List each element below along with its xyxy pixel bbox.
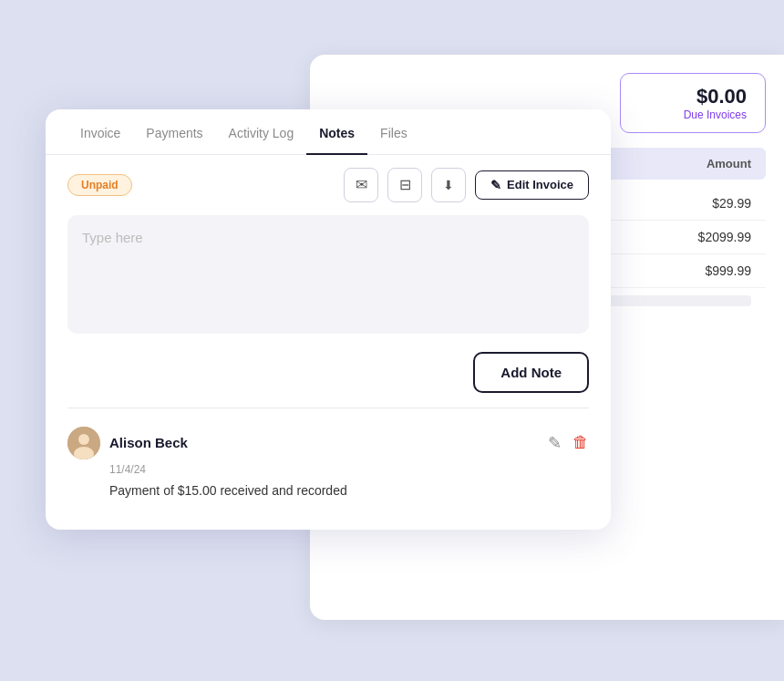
- note-input-area: [67, 215, 589, 337]
- delete-note-button[interactable]: 🗑: [573, 433, 589, 452]
- unpaid-badge: Unpaid: [67, 174, 132, 196]
- download-icon: ⬇: [443, 178, 454, 192]
- note-textarea[interactable]: [67, 215, 589, 334]
- download-button[interactable]: ⬇: [431, 168, 466, 202]
- row-amount-1: $29.99: [712, 196, 751, 211]
- avatar: [67, 427, 100, 459]
- print-icon: ⊟: [399, 176, 411, 193]
- modal-toolbar: Unpaid ✉ ⊟ ⬇ ✎ Edit Invoice: [46, 155, 611, 215]
- amount-card: $0.00 Due Invoices: [620, 73, 766, 133]
- note-actions: ✎ 🗑: [548, 433, 589, 453]
- note-entry: Alison Beck ✎ 🗑 11/4/24 Payment of $15.0…: [46, 427, 611, 500]
- email-button[interactable]: ✉: [344, 168, 378, 202]
- add-note-row: Add Note: [46, 352, 611, 408]
- tab-bar: Invoice Payments Activity Log Notes File…: [46, 109, 611, 155]
- row-amount-2: $2099.99: [698, 230, 751, 244]
- email-icon: ✉: [356, 176, 367, 193]
- tab-activity-log[interactable]: Activity Log: [216, 109, 307, 155]
- tab-files[interactable]: Files: [367, 109, 420, 155]
- tab-notes[interactable]: Notes: [306, 109, 367, 155]
- due-amount-label: Due Invoices: [639, 108, 747, 121]
- svg-point-1: [78, 434, 89, 445]
- edit-note-button[interactable]: ✎: [548, 433, 562, 453]
- scene: $0.00 Due Invoices Amount $29.99 $2099.9…: [0, 0, 784, 681]
- note-text: Payment of $15.00 received and recorded: [109, 481, 589, 500]
- tab-invoice[interactable]: Invoice: [67, 109, 133, 155]
- add-note-button[interactable]: Add Note: [473, 352, 589, 393]
- note-author-name: Alison Beck: [109, 435, 539, 450]
- notes-modal: Invoice Payments Activity Log Notes File…: [46, 109, 611, 530]
- due-amount-value: $0.00: [639, 85, 747, 108]
- section-divider: [67, 408, 589, 408]
- row-amount-3: $999.99: [705, 263, 751, 278]
- edit-invoice-button[interactable]: ✎ Edit Invoice: [475, 170, 589, 200]
- print-button[interactable]: ⊟: [387, 168, 422, 202]
- edit-invoice-label: Edit Invoice: [507, 178, 573, 191]
- edit-pencil-icon: ✎: [490, 178, 501, 192]
- note-entry-header: Alison Beck ✎ 🗑: [67, 427, 589, 459]
- note-date: 11/4/24: [109, 463, 589, 476]
- tab-payments[interactable]: Payments: [133, 109, 215, 155]
